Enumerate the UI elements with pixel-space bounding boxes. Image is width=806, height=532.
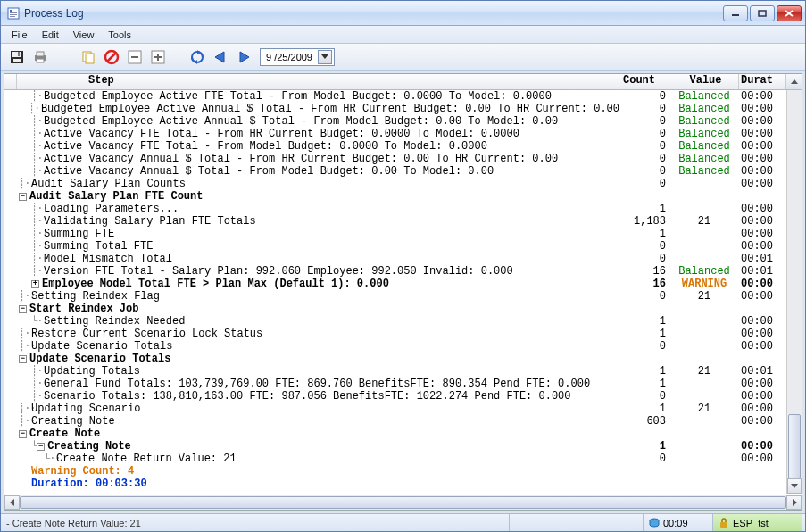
log-row[interactable]: − Update Scenario Totals — [4, 353, 802, 365]
grid-body: ┊·· Budgeted Employee Active FTE Total -… — [4, 90, 802, 495]
menu-view[interactable]: View — [66, 28, 102, 42]
svg-marker-28 — [215, 52, 224, 62]
log-row[interactable]: ┊·· Validating Salary Plan FTE Totals1,1… — [4, 215, 802, 228]
expand-icon[interactable]: + — [31, 280, 39, 288]
log-row[interactable]: ┊·· Active Vacancy Annual $ Total - From… — [4, 165, 802, 178]
collapse-icon[interactable]: − — [19, 430, 27, 438]
col-tree[interactable] — [4, 74, 17, 89]
print-button[interactable] — [29, 46, 51, 68]
col-count[interactable]: Count — [619, 74, 669, 89]
tree-branch-icon: ┊·· — [19, 178, 31, 190]
refresh-button[interactable] — [187, 46, 208, 68]
log-row[interactable]: ┊·· Active Vacancy FTE Total - From HR C… — [4, 128, 802, 140]
collapse-icon[interactable]: − — [19, 193, 27, 201]
log-row[interactable]: Warning Count: 4 — [4, 465, 802, 478]
log-row[interactable]: ┊·· Creating Note60300:00 — [4, 415, 802, 428]
tree-branch-icon: ┊·· — [29, 103, 41, 115]
log-row[interactable]: └·· Setting Reindex Needed100:00 — [4, 315, 802, 328]
date-dropdown-button[interactable] — [318, 50, 332, 64]
log-row[interactable]: ┊·· Updating Scenario12100:00 — [4, 403, 802, 415]
tree-branch-icon: ┊·· — [31, 228, 44, 240]
expand-button[interactable] — [147, 46, 169, 68]
svg-rect-16 — [37, 59, 44, 62]
log-row[interactable]: ┊·· Model Mismatch Total000:01 — [4, 253, 802, 265]
col-durat[interactable]: Durat — [739, 74, 785, 89]
duration-cell — [739, 190, 785, 203]
collapse-icon[interactable]: − — [37, 443, 45, 451]
close-button[interactable] — [777, 5, 802, 21]
prev-button[interactable] — [210, 46, 231, 68]
step-text: Loading Parameters... — [44, 203, 179, 215]
svg-rect-18 — [86, 54, 94, 63]
maximize-button[interactable] — [750, 5, 775, 21]
minimize-button[interactable] — [723, 5, 748, 21]
vertical-scrollbar[interactable] — [786, 90, 802, 494]
value-cell — [669, 390, 739, 403]
menu-file[interactable]: File — [4, 28, 35, 42]
menu-edit[interactable]: Edit — [35, 28, 66, 42]
value-cell — [669, 428, 739, 440]
log-row[interactable]: Duration: 00:03:30 — [4, 478, 802, 490]
col-value[interactable]: Value — [669, 74, 739, 89]
log-row[interactable]: ┊·· Loading Parameters...100:00 — [4, 203, 802, 215]
log-row[interactable]: ┊·· Restore Current Scenario Lock Status… — [4, 328, 802, 340]
step-text: Budgeted Employee Active FTE Total - Fro… — [44, 90, 552, 103]
log-row[interactable]: ┊·· Budgeted Employee Active FTE Total -… — [4, 90, 802, 103]
log-row[interactable]: − Start Reindex Job — [4, 303, 802, 315]
scroll-down-button[interactable] — [787, 478, 802, 494]
menu-tools[interactable]: Tools — [101, 28, 138, 42]
count-cell: 0 — [619, 153, 669, 165]
next-button[interactable] — [233, 46, 254, 68]
log-row[interactable]: ┊·· Version FTE Total - Salary Plan: 992… — [4, 265, 802, 278]
copy-button[interactable] — [78, 46, 99, 68]
collapse-button[interactable] — [124, 46, 145, 68]
collapse-icon[interactable]: − — [19, 355, 27, 363]
status-spacer — [509, 514, 643, 531]
rows-container: ┊·· Budgeted Employee Active FTE Total -… — [4, 90, 802, 490]
horizontal-scrollbar[interactable] — [4, 495, 802, 510]
value-cell — [669, 478, 739, 490]
count-cell: 0 — [619, 128, 669, 140]
log-row[interactable]: ┊·· Budgeted Employee Active Annual $ To… — [4, 103, 802, 115]
log-row[interactable]: ┊·· Budgeted Employee Active Annual $ To… — [4, 115, 802, 128]
value-cell — [669, 178, 739, 190]
cancel-button[interactable] — [101, 46, 122, 68]
log-row[interactable]: ┊·· Scenario Totals: 138,810,163.00 FTE:… — [4, 390, 802, 403]
log-row[interactable]: ┊·· Summing FTE100:00 — [4, 228, 802, 240]
database-icon — [649, 518, 660, 528]
log-row[interactable]: ┊·· Active Vacancy Annual $ Total - From… — [4, 153, 802, 165]
log-row[interactable]: └− Creating Note100:00 — [4, 440, 802, 453]
log-row[interactable]: ┊·· Setting Reindex Flag02100:00 — [4, 290, 802, 303]
count-cell: 1 — [619, 315, 669, 328]
scroll-up-button[interactable] — [785, 74, 802, 89]
date-field[interactable]: 9 /25/2009 — [260, 48, 335, 66]
count-cell: 0 — [619, 253, 669, 265]
log-row[interactable]: ┊·· General Fund Totals: 103,739,769.00 … — [4, 378, 802, 390]
svg-marker-29 — [240, 52, 249, 62]
vscroll-thumb[interactable] — [788, 414, 801, 478]
step-text: Active Vacancy Annual $ Total - From HR … — [44, 153, 558, 165]
log-row[interactable]: ┊·· Updating Totals12100:01 — [4, 365, 802, 378]
log-row[interactable]: ┊·· Update Scenario Totals000:00 — [4, 340, 802, 353]
tree-branch-icon: ┊·· — [31, 378, 44, 390]
count-cell: 1 — [619, 328, 669, 340]
hscroll-thumb[interactable] — [20, 496, 786, 509]
log-row[interactable]: − Audit Salary Plan FTE Count — [4, 190, 802, 203]
log-row[interactable]: ┊·· Active Vacancy FTE Total - From Mode… — [4, 140, 802, 153]
collapse-icon[interactable]: − — [19, 305, 27, 313]
log-row[interactable]: − Create Note — [4, 428, 802, 440]
col-step[interactable]: Step — [17, 74, 619, 89]
count-cell — [619, 353, 669, 365]
log-row[interactable]: ┊·· Audit Salary Plan Counts000:00 — [4, 178, 802, 190]
count-cell: 0 — [619, 290, 669, 303]
step-text: Duration: 00:03:30 — [31, 478, 147, 490]
log-row[interactable]: └·· Create Note Return Value: 21000:00 — [4, 453, 802, 465]
value-cell: 21 — [669, 365, 739, 378]
tree-branch-icon: ┊·· — [31, 90, 44, 103]
log-row[interactable]: + Employee Model Total FTE > Plan Max (D… — [4, 278, 802, 290]
log-row[interactable]: ┊·· Summing Total FTE000:00 — [4, 240, 802, 253]
count-cell: 0 — [619, 90, 669, 103]
hscroll-left[interactable] — [4, 495, 20, 510]
hscroll-right[interactable] — [786, 495, 802, 510]
save-button[interactable] — [6, 46, 28, 68]
